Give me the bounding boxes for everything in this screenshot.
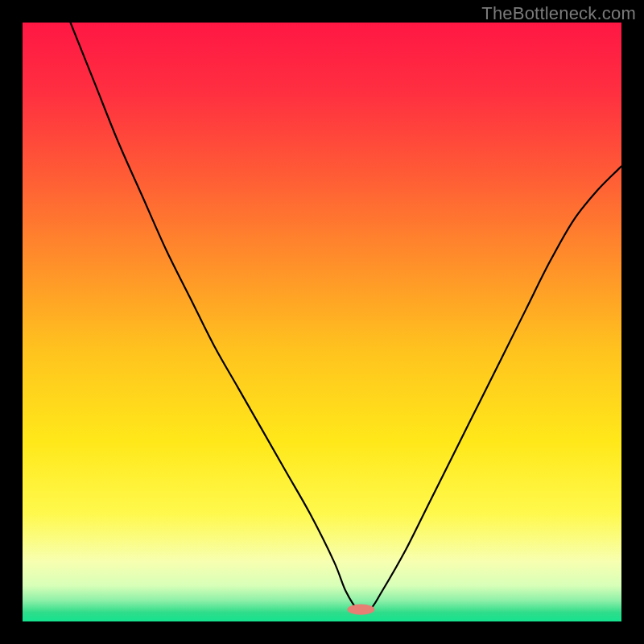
watermark-text: TheBottleneck.com bbox=[481, 3, 636, 24]
optimal-marker bbox=[347, 604, 374, 614]
chart-frame bbox=[23, 23, 621, 621]
chart-background bbox=[23, 23, 621, 621]
bottleneck-chart bbox=[23, 23, 621, 621]
